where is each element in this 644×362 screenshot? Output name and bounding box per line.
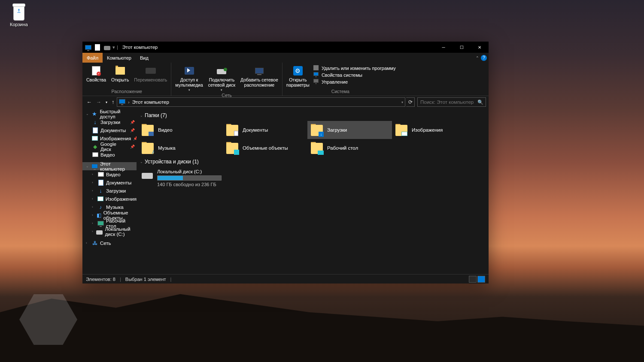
- open-button[interactable]: Открыть: [110, 64, 130, 83]
- disk-icon: [142, 169, 153, 181]
- recycle-bin-icon: [12, 3, 26, 21]
- ribbon: ✓ Свойства Открыть Переименовать Располо…: [82, 63, 489, 96]
- download-icon: ↓: [92, 119, 98, 125]
- desktop-icon: [97, 220, 104, 226]
- drive-icon[interactable]: [103, 43, 111, 51]
- nav-forward-button[interactable]: →: [94, 98, 103, 106]
- group-system-label: Система: [331, 89, 349, 95]
- maximize-button[interactable]: ☐: [453, 42, 471, 53]
- picture-icon: [97, 196, 103, 202]
- uninstall-program-button[interactable]: Удалить или изменить программу: [313, 65, 396, 71]
- manage-button[interactable]: Управление: [313, 79, 396, 85]
- sidebar-videos-qa[interactable]: Видео: [82, 151, 137, 159]
- folder-documents[interactable]: Документы: [223, 121, 307, 139]
- gdrive-icon: ◆: [92, 143, 98, 150]
- rename-button: Переименовать: [133, 64, 168, 83]
- collapse-ribbon-icon[interactable]: ⌃: [476, 56, 479, 60]
- open-folder-icon: [115, 65, 126, 76]
- search-icon[interactable]: 🔍: [477, 100, 483, 105]
- disk-icon: [96, 228, 103, 235]
- sidebar-documents-pc[interactable]: ›Документы: [82, 178, 137, 187]
- sidebar: ⌄★Быстрый доступ ↓Загрузки📌 Документы📌 И…: [82, 108, 137, 274]
- sidebar-pictures-pc[interactable]: ›Изображения: [82, 195, 137, 203]
- drive-c[interactable]: Локальный диск (C:) 140 ГБ свободно из 2…: [138, 167, 223, 189]
- titlebar[interactable]: ▾ | Этот компьютер ─ ☐ ✕: [82, 42, 489, 53]
- folder-videos[interactable]: Видео: [138, 121, 223, 139]
- sidebar-documents[interactable]: Документы📌: [82, 126, 137, 134]
- folder-music[interactable]: ♪Музыка: [138, 139, 223, 157]
- tab-file[interactable]: Файл: [82, 53, 103, 63]
- sidebar-google-drive[interactable]: ◆Google Диск📌: [82, 142, 137, 151]
- document-icon: [92, 127, 98, 133]
- star-icon: ★: [91, 111, 98, 117]
- window-title: Этот компьютер: [122, 45, 158, 50]
- picture-icon: [92, 135, 98, 142]
- sidebar-downloads-pc[interactable]: ›↓Загрузки: [82, 187, 137, 195]
- sidebar-quick-access[interactable]: ⌄★Быстрый доступ: [82, 110, 137, 118]
- settings-gear-icon: ⚙: [292, 65, 304, 76]
- help-icon[interactable]: ?: [481, 55, 487, 61]
- sidebar-this-pc[interactable]: ⌄Этот компьютер: [82, 162, 137, 170]
- tab-computer[interactable]: Компьютер: [103, 53, 136, 63]
- folder-pictures[interactable]: Изображения: [392, 121, 477, 139]
- explorer-window: ▾ | Этот компьютер ─ ☐ ✕ Файл Компьютер …: [82, 42, 489, 284]
- nav-history-button[interactable]: ▾: [104, 100, 109, 105]
- refresh-button[interactable]: ⟳: [406, 97, 415, 107]
- pc-icon: [84, 43, 92, 51]
- folder-icon: ♪: [142, 142, 154, 154]
- drive-detail: 140 ГБ свободно из 236 ГБ: [157, 182, 222, 187]
- ribbon-tabs: Файл Компьютер Вид ⌃ ?: [82, 53, 489, 63]
- folder-desktop[interactable]: Рабочий стол: [307, 139, 392, 157]
- folder-3d-objects[interactable]: Объемные объекты: [223, 139, 307, 157]
- nav-up-button[interactable]: ↑: [110, 98, 116, 106]
- group-location-label: Расположение: [111, 89, 142, 95]
- music-icon: ♪: [97, 204, 104, 210]
- network-icon: 🖧: [91, 240, 98, 246]
- folder-downloads[interactable]: ↓Загрузки: [307, 121, 392, 139]
- breadcrumb-sep: ›: [128, 100, 130, 105]
- address-pc-icon: [119, 99, 125, 106]
- add-network-icon: [254, 65, 265, 76]
- status-selection: Выбран 1 элемент: [125, 277, 166, 282]
- tab-view[interactable]: Вид: [136, 53, 153, 63]
- map-drive-button[interactable]: Подключить сетевой диск▾: [207, 64, 237, 93]
- properties-button[interactable]: ✓ Свойства: [85, 64, 107, 83]
- view-details-button[interactable]: [469, 276, 477, 283]
- media-access-button[interactable]: Доступ к мультимедиа▾: [174, 64, 204, 93]
- open-settings-button[interactable]: ⚙ Открыть параметры: [285, 64, 311, 88]
- pc-icon: [91, 163, 98, 169]
- system-properties-button[interactable]: Свойства системы: [313, 72, 396, 78]
- folders-section-header[interactable]: ⌄Папки (7): [138, 111, 487, 121]
- search-input[interactable]: [417, 97, 486, 107]
- status-bar: Элементов: 8 | Выбран 1 элемент |: [82, 274, 489, 284]
- download-icon: ↓: [97, 187, 104, 194]
- sidebar-videos[interactable]: ›Видео: [82, 170, 137, 178]
- add-network-button[interactable]: Добавить сетевое расположение: [239, 64, 279, 88]
- file-icon[interactable]: [94, 43, 101, 51]
- nav-back-button[interactable]: ←: [85, 98, 94, 106]
- media-icon: [184, 65, 195, 76]
- properties-icon: ✓: [91, 65, 102, 76]
- drives-section-header[interactable]: ⌄Устройства и диски (1): [138, 157, 487, 167]
- folder-icon: [395, 124, 407, 136]
- manage-icon: [313, 79, 319, 85]
- recycle-bin[interactable]: Корзина: [6, 3, 32, 27]
- status-count: Элементов: 8: [86, 277, 115, 282]
- sidebar-network[interactable]: ›🖧Сеть: [82, 239, 137, 247]
- minimize-button[interactable]: ─: [434, 42, 453, 53]
- view-tiles-button[interactable]: [477, 276, 485, 283]
- drive-name: Локальный диск (C:): [157, 169, 222, 174]
- uninstall-icon: [313, 65, 319, 71]
- folder-icon: [142, 124, 154, 136]
- address-location[interactable]: Этот компьютер: [132, 100, 169, 105]
- address-dropdown-icon[interactable]: ▾: [401, 100, 403, 104]
- navbar: ← → ▾ ↑ › Этот компьютер ▾ ⟳ 🔍: [82, 96, 489, 108]
- video-icon: [92, 151, 98, 158]
- video-icon: [97, 171, 104, 178]
- rename-icon: [145, 65, 156, 76]
- cube-icon: ◧: [97, 212, 101, 218]
- address-bar[interactable]: › Этот компьютер ▾: [117, 97, 405, 107]
- sidebar-downloads[interactable]: ↓Загрузки📌: [82, 118, 137, 126]
- sidebar-local-disk[interactable]: ›Локальный диск (C:): [82, 227, 137, 235]
- close-button[interactable]: ✕: [471, 42, 489, 53]
